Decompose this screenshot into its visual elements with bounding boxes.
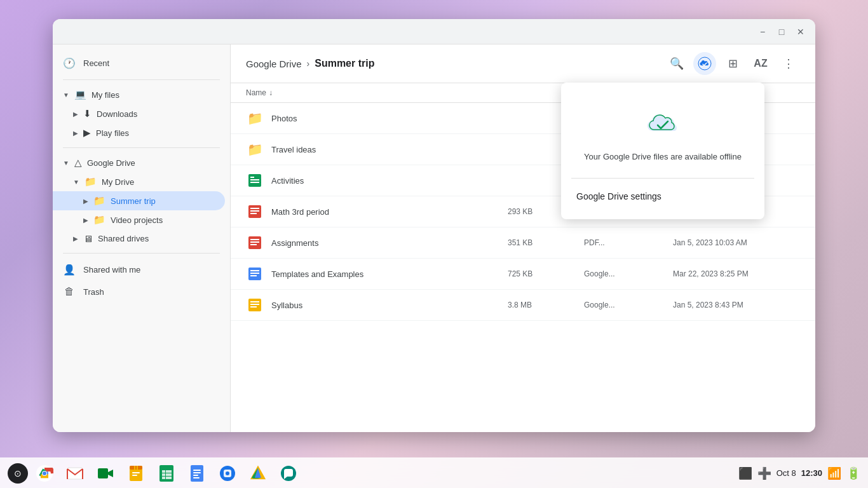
file-name-assignments: Assignments [271, 238, 508, 248]
myfiles-icon: 💻 [74, 89, 86, 100]
breadcrumb-separator: › [307, 58, 310, 69]
file-manager-window: − □ ✕ 🕐 Recent ▼ 💻 My files ▶ ⬇ Downloa [53, 19, 815, 432]
sidebar-item-shareddrives[interactable]: ▶ 🖥 Shared drives [53, 229, 225, 248]
sidebar-item-myfiles[interactable]: ▼ 💻 My files [53, 85, 225, 104]
grid-view-icon: ⊞ [728, 57, 738, 71]
svg-rect-7 [250, 210, 259, 212]
file-size-assignments: 351 KB [508, 238, 584, 247]
sidebar-divider-1 [63, 79, 220, 80]
file-icon-syllabus [246, 296, 264, 314]
downloads-icon: ⬇ [83, 108, 92, 119]
svg-rect-31 [132, 472, 140, 473]
add-icon[interactable]: ➕ [757, 466, 771, 480]
summertrip-label: Summer trip [111, 196, 156, 206]
breadcrumb-root[interactable]: Google Drive [246, 58, 302, 69]
close-button[interactable]: ✕ [794, 25, 808, 39]
popup-settings-item[interactable]: Google Drive settings [571, 184, 754, 209]
popup-message: Your Google Drive files are available of… [584, 151, 742, 163]
taskbar-app-chrome[interactable] [31, 459, 58, 487]
more-options-icon: ⋮ [783, 57, 794, 71]
sharedwithme-icon: 👤 [63, 264, 76, 276]
sidebar-item-recent[interactable]: 🕐 Recent [53, 52, 225, 74]
myfiles-chevron: ▼ [63, 92, 69, 98]
svg-rect-10 [250, 239, 259, 240]
sidebar-item-downloads[interactable]: ▶ ⬇ Downloads [53, 104, 225, 123]
svg-rect-2 [250, 177, 254, 178]
svg-rect-38 [162, 477, 165, 479]
more-options-button[interactable]: ⋮ [777, 52, 800, 75]
mydrive-icon: 📁 [85, 176, 97, 187]
taskbar-app-sheets[interactable] [153, 459, 180, 487]
googlechat-icon [280, 464, 297, 482]
meet-icon [97, 464, 114, 482]
svg-rect-18 [250, 301, 259, 302]
taskbar-app-googlechat[interactable] [275, 459, 302, 487]
taskbar-app-docs[interactable] [183, 459, 211, 487]
sidebar: 🕐 Recent ▼ 💻 My files ▶ ⬇ Downloads ▶ ▶ … [53, 44, 231, 432]
search-icon: 🔍 [670, 57, 684, 71]
taskbar-app-drive[interactable] [244, 459, 272, 487]
svg-point-46 [226, 471, 229, 475]
svg-rect-25 [67, 468, 83, 479]
shareddrives-icon: 🖥 [83, 233, 93, 244]
sidebar-item-mydrive[interactable]: ▼ 📁 My Drive [53, 172, 225, 191]
videoprojects-chevron: ▶ [83, 217, 88, 224]
launcher-button[interactable]: ⊙ [8, 463, 28, 484]
screen-capture-icon[interactable]: ⬛ [738, 466, 752, 480]
taskbar-app-gmail[interactable] [61, 459, 89, 487]
svg-point-24 [43, 471, 46, 475]
offline-sync-button[interactable] [693, 52, 716, 75]
sidebar-item-sharedwithme[interactable]: 👤 Shared with me [53, 259, 225, 281]
sidebar-item-summertrip[interactable]: ▶ 📁 Summer trip [53, 191, 225, 210]
taskbar: ⊙ [0, 458, 868, 488]
svg-rect-19 [250, 304, 259, 305]
sidebar-item-playfiles[interactable]: ▶ ▶ Play files [53, 123, 225, 142]
trash-label: Trash [83, 287, 104, 297]
search-button[interactable]: 🔍 [665, 52, 688, 75]
file-icon-photos: 📁 [246, 109, 264, 127]
taskbar-time: 12:30 [801, 468, 822, 478]
taskbar-app-meet2[interactable] [214, 459, 241, 487]
offline-sync-icon [698, 57, 712, 71]
file-icon-math3rd [246, 203, 264, 220]
myfiles-label: My files [92, 90, 119, 100]
battery-icon[interactable]: 🔋 [846, 466, 860, 480]
maximize-button[interactable]: □ [775, 25, 789, 39]
offline-sync-popup: Your Google Drive files are available of… [561, 83, 764, 219]
main-panel: Google Drive › Summer trip 🔍 [231, 44, 815, 432]
svg-rect-16 [250, 275, 257, 276]
file-name-templates: Templates and Examples [271, 269, 508, 279]
col-name-header[interactable]: Name ↓ [246, 88, 508, 97]
sidebar-item-googledrive[interactable]: ▼ △ Google Drive [53, 153, 225, 172]
meet2-icon [219, 464, 236, 482]
launcher-icon: ⊙ [14, 468, 22, 478]
taskbar-app-keep[interactable] [122, 459, 150, 487]
svg-rect-39 [166, 477, 172, 479]
sidebar-item-videoprojects[interactable]: ▶ 📁 Video projects [53, 210, 225, 229]
svg-rect-20 [250, 306, 257, 308]
file-icon-assignments [246, 234, 264, 252]
minimize-button[interactable]: − [756, 25, 770, 39]
file-type-assignments: PDF... [584, 238, 673, 247]
svg-rect-15 [250, 273, 259, 274]
file-name-activities: Activities [271, 176, 508, 186]
table-row[interactable]: Assignments 351 KB PDF... Jan 5, 2023 10… [231, 227, 815, 259]
content-area: 🕐 Recent ▼ 💻 My files ▶ ⬇ Downloads ▶ ▶ … [53, 44, 815, 432]
file-name-math3rd: Math 3rd period [271, 207, 508, 217]
file-size-syllabus: 3.8 MB [508, 301, 584, 309]
table-row[interactable]: Templates and Examples 725 KB Google... … [231, 259, 815, 290]
svg-rect-37 [166, 473, 172, 476]
table-row[interactable]: Syllabus 3.8 MB Google... Jan 5, 2023 8:… [231, 290, 815, 321]
svg-rect-36 [162, 473, 165, 476]
file-size-templates: 725 KB [508, 269, 584, 278]
svg-rect-11 [250, 241, 259, 243]
cloud-icon-wrapper [642, 103, 683, 144]
sort-button[interactable]: AZ [749, 52, 772, 75]
googledrive-chevron: ▼ [63, 159, 69, 166]
svg-rect-4 [250, 182, 259, 183]
sidebar-item-trash[interactable]: 🗑 Trash [53, 281, 225, 302]
wifi-icon[interactable]: 📶 [827, 466, 841, 480]
grid-view-button[interactable]: ⊞ [721, 52, 744, 75]
taskbar-app-meet[interactable] [92, 459, 119, 487]
col-sort-icon: ↓ [269, 88, 273, 97]
